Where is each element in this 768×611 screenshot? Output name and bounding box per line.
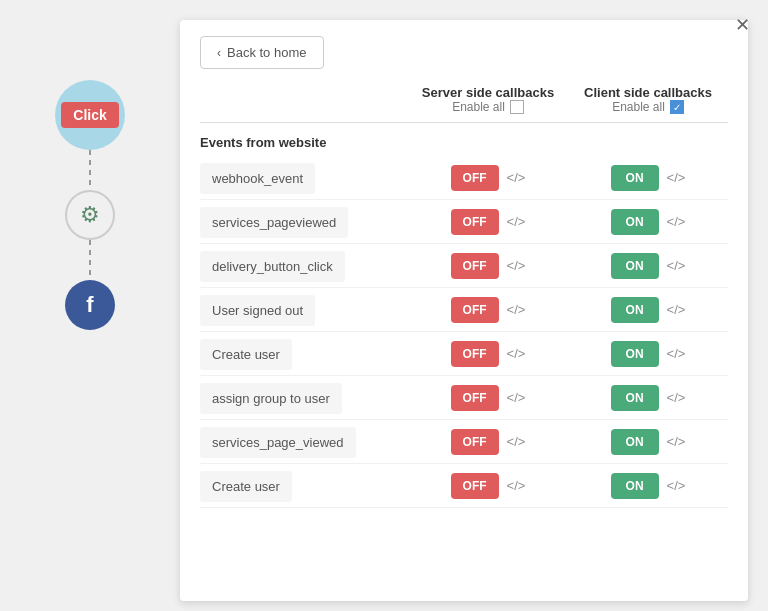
back-to-home-button[interactable]: ‹ Back to home: [200, 36, 324, 69]
server-off-button[interactable]: OFF: [451, 209, 499, 235]
client-enable-label: Enable all: [612, 100, 665, 114]
client-on-button[interactable]: ON: [611, 165, 659, 191]
server-off-button[interactable]: OFF: [451, 385, 499, 411]
gear-circle: ⚙: [65, 190, 115, 240]
server-code-icon[interactable]: </>: [507, 302, 526, 317]
client-toggle-group: ON </>: [568, 209, 728, 235]
click-badge: Click: [61, 102, 118, 128]
server-toggle-group: OFF </>: [408, 429, 568, 455]
client-code-icon[interactable]: </>: [667, 478, 686, 493]
client-side-header: Client side callbacks Enable all: [568, 85, 728, 114]
client-on-button[interactable]: ON: [611, 209, 659, 235]
back-button-label: Back to home: [227, 45, 307, 60]
close-button[interactable]: ✕: [735, 14, 750, 36]
client-on-button[interactable]: ON: [611, 297, 659, 323]
event-name-cell: services_pageviewed: [200, 213, 408, 231]
client-on-button[interactable]: ON: [611, 341, 659, 367]
event-name-cell: assign group to user: [200, 389, 408, 407]
sidebar: Click ⚙ f: [55, 80, 125, 330]
server-off-button[interactable]: OFF: [451, 341, 499, 367]
event-name-cell: delivery_button_click: [200, 257, 408, 275]
server-code-icon[interactable]: </>: [507, 214, 526, 229]
events-list: webhook_event OFF </> ON </> services_pa…: [200, 156, 728, 508]
client-enable-checkbox[interactable]: [670, 100, 684, 114]
table-row: Create user OFF </> ON </>: [200, 464, 728, 508]
event-name: services_pageviewed: [200, 207, 348, 238]
client-code-icon[interactable]: </>: [667, 170, 686, 185]
client-code-icon[interactable]: </>: [667, 214, 686, 229]
client-on-button[interactable]: ON: [611, 473, 659, 499]
server-enable-label: Enable all: [452, 100, 505, 114]
event-name: User signed out: [200, 295, 315, 326]
client-toggle-group: ON </>: [568, 253, 728, 279]
event-name-cell: services_page_viewed: [200, 433, 408, 451]
chevron-left-icon: ‹: [217, 46, 221, 60]
event-name: assign group to user: [200, 383, 342, 414]
header-empty: [200, 85, 408, 114]
client-side-title: Client side callbacks: [568, 85, 728, 100]
server-code-icon[interactable]: </>: [507, 434, 526, 449]
event-name-cell: Create user: [200, 345, 408, 363]
server-off-button[interactable]: OFF: [451, 253, 499, 279]
click-circle: Click: [55, 80, 125, 150]
callbacks-table: Server side callbacks Enable all Client …: [180, 85, 748, 528]
server-enable-row: Enable all: [408, 100, 568, 114]
event-name: delivery_button_click: [200, 251, 345, 282]
server-toggle-group: OFF </>: [408, 209, 568, 235]
client-toggle-group: ON </>: [568, 473, 728, 499]
server-side-title: Server side callbacks: [408, 85, 568, 100]
server-side-header: Server side callbacks Enable all: [408, 85, 568, 114]
section-title: Events from website: [200, 123, 728, 156]
server-toggle-group: OFF </>: [408, 253, 568, 279]
table-row: services_pageviewed OFF </> ON </>: [200, 200, 728, 244]
server-code-icon[interactable]: </>: [507, 478, 526, 493]
client-toggle-group: ON </>: [568, 385, 728, 411]
facebook-circle: f: [65, 280, 115, 330]
client-code-icon[interactable]: </>: [667, 346, 686, 361]
server-toggle-group: OFF </>: [408, 385, 568, 411]
event-name-cell: User signed out: [200, 301, 408, 319]
client-code-icon[interactable]: </>: [667, 258, 686, 273]
event-name: Create user: [200, 471, 292, 502]
main-panel: ‹ Back to home Server side callbacks Ena…: [180, 20, 748, 601]
table-row: webhook_event OFF </> ON </>: [200, 156, 728, 200]
server-enable-checkbox[interactable]: [510, 100, 524, 114]
connector-line-1: [89, 150, 91, 190]
event-name: services_page_viewed: [200, 427, 356, 458]
server-off-button[interactable]: OFF: [451, 297, 499, 323]
client-enable-row: Enable all: [568, 100, 728, 114]
connector-line-2: [89, 240, 91, 280]
event-name: Create user: [200, 339, 292, 370]
server-code-icon[interactable]: </>: [507, 346, 526, 361]
client-code-icon[interactable]: </>: [667, 390, 686, 405]
table-row: services_page_viewed OFF </> ON </>: [200, 420, 728, 464]
gear-icon: ⚙: [80, 202, 100, 228]
server-off-button[interactable]: OFF: [451, 165, 499, 191]
server-code-icon[interactable]: </>: [507, 170, 526, 185]
table-row: delivery_button_click OFF </> ON </>: [200, 244, 728, 288]
client-toggle-group: ON </>: [568, 341, 728, 367]
facebook-icon: f: [86, 292, 93, 318]
client-toggle-group: ON </>: [568, 297, 728, 323]
table-row: Create user OFF </> ON </>: [200, 332, 728, 376]
server-code-icon[interactable]: </>: [507, 258, 526, 273]
server-off-button[interactable]: OFF: [451, 429, 499, 455]
table-row: assign group to user OFF </> ON </>: [200, 376, 728, 420]
event-name-cell: webhook_event: [200, 169, 408, 187]
client-on-button[interactable]: ON: [611, 385, 659, 411]
client-on-button[interactable]: ON: [611, 429, 659, 455]
table-header: Server side callbacks Enable all Client …: [200, 85, 728, 123]
client-on-button[interactable]: ON: [611, 253, 659, 279]
client-code-icon[interactable]: </>: [667, 434, 686, 449]
server-toggle-group: OFF </>: [408, 341, 568, 367]
server-off-button[interactable]: OFF: [451, 473, 499, 499]
server-toggle-group: OFF </>: [408, 473, 568, 499]
client-code-icon[interactable]: </>: [667, 302, 686, 317]
server-toggle-group: OFF </>: [408, 297, 568, 323]
event-name-cell: Create user: [200, 477, 408, 495]
client-toggle-group: ON </>: [568, 165, 728, 191]
table-row: User signed out OFF </> ON </>: [200, 288, 728, 332]
server-code-icon[interactable]: </>: [507, 390, 526, 405]
server-toggle-group: OFF </>: [408, 165, 568, 191]
event-name: webhook_event: [200, 163, 315, 194]
